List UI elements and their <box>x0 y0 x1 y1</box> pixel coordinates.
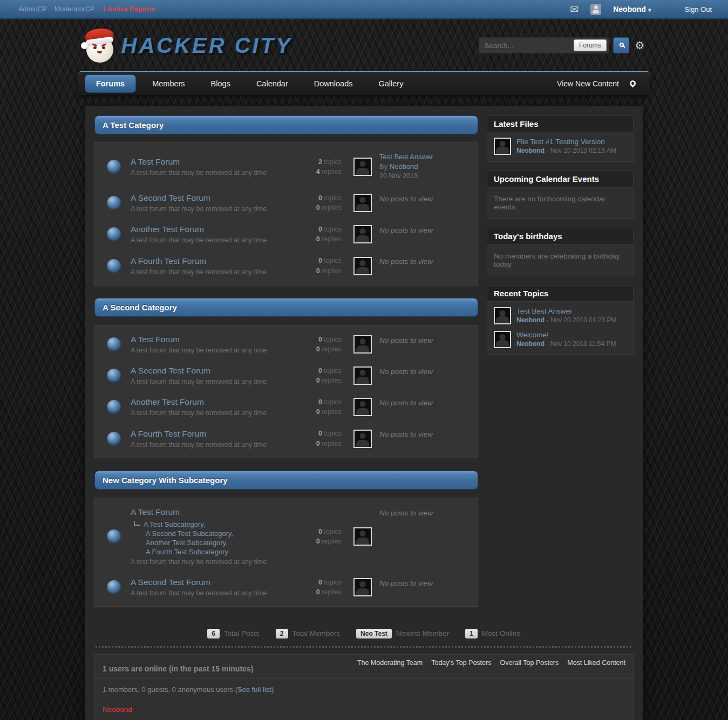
forum-link[interactable]: A Test Forum <box>131 507 180 517</box>
forum-link[interactable]: Another Test Forum <box>131 397 204 406</box>
file-author-link[interactable]: Neobond <box>516 147 545 154</box>
latest-files-title: Latest Files <box>487 116 634 132</box>
tab-downloads[interactable]: Downloads <box>304 74 363 93</box>
topic-link[interactable]: Welcome! <box>516 331 616 339</box>
forum-link[interactable]: A Fourth Test Forum <box>131 429 206 438</box>
total-posts-label: Total Posts <box>224 629 260 637</box>
username-menu[interactable]: Neobond▾ <box>613 5 651 13</box>
forum-link[interactable]: A Test Forum <box>131 157 180 166</box>
birthdays-title: Today's birthdays <box>487 228 634 244</box>
topics-label: topics <box>324 194 342 202</box>
sign-out-link[interactable]: Sign Out <box>684 5 712 13</box>
replies-count: 0 <box>316 267 320 275</box>
online-user-link[interactable]: Neobond <box>103 705 132 714</box>
avatar[interactable] <box>494 331 511 348</box>
forum-link[interactable]: A Second Test Forum <box>131 366 210 375</box>
category-a-second-category: A Second Category A Test Forum A test fo… <box>94 298 478 458</box>
forum-link[interactable]: Another Test Forum <box>131 225 204 234</box>
topics-count: 0 <box>318 257 322 264</box>
last-poster-avatar[interactable] <box>353 257 372 275</box>
last-poster-avatar[interactable] <box>353 335 372 354</box>
messenger-icon[interactable]: ✉ <box>570 4 579 15</box>
last-poster-avatar[interactable] <box>353 366 372 385</box>
forum-link[interactable]: A Test Forum <box>131 335 180 344</box>
replies-count: 0 <box>316 377 320 384</box>
last-poster-avatar[interactable] <box>353 527 372 546</box>
category-header[interactable]: A Test Category <box>94 116 478 134</box>
last-poster-avatar[interactable] <box>353 578 372 596</box>
gear-icon[interactable]: ⚙ <box>635 40 645 51</box>
tab-blogs[interactable]: Blogs <box>201 74 240 93</box>
search-input[interactable] <box>485 42 574 50</box>
last-poster-avatar[interactable] <box>353 430 372 448</box>
forum-row: Another Test Forum A test forum that may… <box>95 391 478 423</box>
category-panel: A Test Forum A Test Subcategory, A Secon… <box>94 498 478 607</box>
last-post-author-link[interactable]: Neobond <box>390 162 418 171</box>
replies-label: replies <box>322 440 342 447</box>
search-button[interactable] <box>613 37 629 53</box>
last-poster-avatar[interactable] <box>353 194 372 212</box>
last-post-topic-link[interactable]: Test Best Answer <box>379 152 470 162</box>
forum-row: Another Test Forum A test forum that may… <box>95 219 478 250</box>
forum-stats: 0 topics 0 replies <box>292 256 342 275</box>
notifications-icon[interactable] <box>590 4 601 15</box>
subforum-link[interactable]: A Fourth Test Subcategory <box>146 548 228 556</box>
topics-count: 0 <box>318 367 322 375</box>
no-posts-text: No posts to view <box>379 398 470 409</box>
forum-unread-marker-icon <box>107 160 121 174</box>
forum-row: A Second Test Forum A test forum that ma… <box>95 572 478 603</box>
most-liked-content-link[interactable]: Most Liked Content <box>567 659 625 667</box>
overall-top-posters-link[interactable]: Overall Top Posters <box>500 659 559 667</box>
moderating-team-link[interactable]: The Moderating Team <box>357 659 423 667</box>
location-pin-icon[interactable] <box>629 79 637 88</box>
tab-members[interactable]: Members <box>142 74 194 93</box>
category-with-subcategory: New Category With Subcategory A Test For… <box>94 471 478 607</box>
forum-description: A test forum that may be removed at any … <box>131 441 287 449</box>
see-full-list-link[interactable]: (See full list) <box>235 685 274 694</box>
category-header[interactable]: A Second Category <box>94 298 478 317</box>
view-new-content-link[interactable]: View New Content <box>557 79 619 88</box>
category-a-test-category: A Test Category A Test Forum A test foru… <box>94 116 478 286</box>
last-poster-avatar[interactable] <box>353 158 372 176</box>
todays-top-posters-link[interactable]: Today's Top Posters <box>431 659 491 667</box>
total-members-label: Total Members <box>292 629 341 637</box>
newest-member-value[interactable]: Neo Test <box>356 629 392 639</box>
avatar[interactable] <box>494 138 511 155</box>
topic-link[interactable]: Test Best Answer <box>516 307 616 315</box>
last-poster-avatar[interactable] <box>353 398 372 416</box>
tab-forums[interactable]: Forums <box>85 74 136 93</box>
file-link[interactable]: File Test #1 Testing Version <box>516 138 616 146</box>
user-controls: ✉ Neobond▾ Sign Out <box>570 4 712 15</box>
avatar[interactable] <box>494 307 511 324</box>
topics-label: topics <box>324 336 342 343</box>
tab-calendar[interactable]: Calendar <box>247 74 298 93</box>
subforum-link[interactable]: A Second Test Subcategory, <box>146 529 233 538</box>
moderatorcp-link[interactable]: ModeratorCP <box>55 5 94 13</box>
tab-gallery[interactable]: Gallery <box>369 74 413 93</box>
forum-link[interactable]: A Second Test Forum <box>131 578 210 587</box>
file-date: - Nov 20 2013 02:15 AM <box>546 147 616 154</box>
replies-label: replies <box>322 588 342 596</box>
active-reports-link[interactable]: 1 Active Reports <box>102 5 155 13</box>
subforum-link[interactable]: Another Test Subcategory, <box>146 539 228 547</box>
topics-label: topics <box>324 257 342 264</box>
forum-description: A test forum that may be removed at any … <box>131 236 287 244</box>
forum-link[interactable]: A Second Test Forum <box>131 193 210 202</box>
no-posts-text: No posts to view <box>379 579 470 589</box>
santa-logo-icon <box>84 28 116 63</box>
subforum-link[interactable]: A Test Subcategory, <box>144 520 205 528</box>
last-poster-avatar[interactable] <box>353 225 372 243</box>
topics-count: 0 <box>318 430 322 437</box>
admincp-link[interactable]: AdminCP <box>18 5 47 13</box>
calendar-events-block: Upcoming Calendar Events There are no fo… <box>487 171 634 219</box>
category-header[interactable]: New Category With Subcategory <box>94 471 478 490</box>
topic-author-link[interactable]: Neobond <box>516 316 545 324</box>
forum-stats: 0 topics 0 replies <box>292 397 342 417</box>
topic-author-link[interactable]: Neobond <box>516 340 545 348</box>
search-scope-button[interactable]: Forums <box>574 39 607 51</box>
recent-topic-item: Welcome! Neobond - Nov 10 2013 11:54 PM <box>494 331 627 348</box>
site-logo[interactable]: HACKER CITY <box>84 28 292 63</box>
forum-link[interactable]: A Fourth Test Forum <box>131 256 206 266</box>
replies-label: replies <box>322 235 342 243</box>
replies-label: replies <box>322 377 342 384</box>
